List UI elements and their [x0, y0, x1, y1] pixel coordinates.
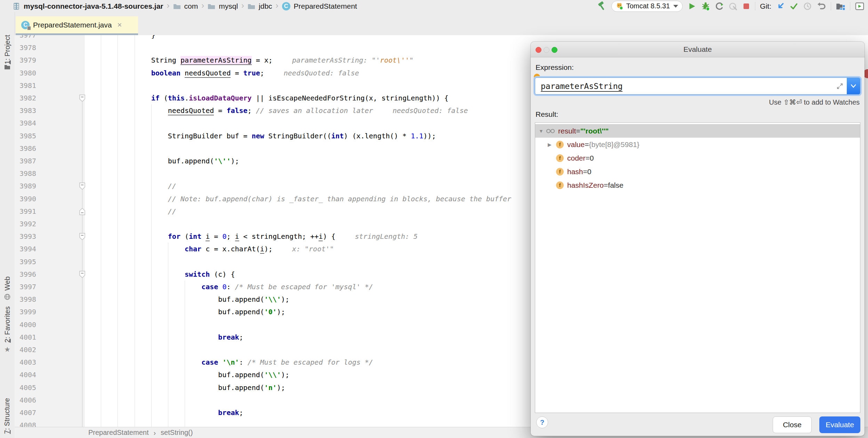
class-icon: C [282, 2, 290, 10]
line-number: 3987 [19, 155, 36, 168]
result-label: Result: [536, 110, 558, 119]
code-text[interactable]: } [84, 35, 868, 42]
line-number: 3979 [19, 54, 36, 67]
field-icon: f [556, 168, 564, 176]
line-number: 4003 [19, 356, 36, 369]
line-number: 4008 [19, 419, 36, 427]
run-button[interactable] [687, 2, 696, 11]
favorites-star-icon: ★ [4, 345, 10, 354]
expression-input[interactable]: parameterAsString [535, 82, 833, 91]
line-number: 3983 [19, 104, 36, 117]
editor-tab-bar: C PreparedStatement.java × [15, 12, 868, 35]
expand-expander-icon[interactable]: ▶ [548, 142, 552, 147]
close-button[interactable]: Close [773, 416, 812, 433]
dialog-titlebar[interactable]: Evaluate [531, 42, 865, 57]
run-tool-window-icon[interactable] [855, 2, 865, 11]
collapse-expander-icon[interactable]: ▼ [539, 128, 544, 134]
tomcat-icon [616, 2, 624, 10]
breadcrumb-class[interactable]: PreparedStatement [88, 429, 148, 437]
sidebar-item-structure[interactable]: 7: Structure [0, 394, 15, 438]
line-number: 3991 [19, 205, 36, 218]
folder-icon [248, 3, 255, 9]
fold-marker[interactable] [79, 95, 85, 103]
breadcrumb-method[interactable]: setString() [161, 429, 193, 437]
expand-editor-icon[interactable] [833, 83, 847, 90]
tree-row-value[interactable]: ▶ f value = {byte[8]@5981} [535, 138, 860, 151]
fold-marker[interactable] [79, 233, 85, 242]
line-number: 3986 [19, 142, 36, 155]
run-with-coverage-button[interactable] [715, 2, 724, 11]
expression-combobox[interactable]: parameterAsString [535, 78, 860, 95]
show-changes-icon[interactable] [836, 2, 845, 11]
git-label: Git: [760, 2, 771, 10]
line-number: 3999 [19, 306, 36, 318]
breadcrumb-chevron: › [241, 1, 244, 10]
run-configuration-select[interactable]: Tomcat 8.5.31 [611, 1, 683, 12]
lock-icon [27, 26, 31, 30]
tree-row-hash[interactable]: f hash = 0 [535, 165, 860, 178]
tree-row-hashiszero[interactable]: f hashIsZero = false [535, 178, 860, 192]
line-number: 4006 [19, 394, 36, 407]
debug-button[interactable] [701, 1, 710, 11]
help-button[interactable]: ? [536, 416, 548, 428]
run-configuration-label: Tomcat 8.5.31 [626, 2, 670, 10]
variable-value: 0 [590, 154, 594, 162]
stop-button[interactable] [742, 2, 750, 10]
project-folder-icon [4, 64, 10, 71]
variable-name: hash [567, 168, 583, 176]
git-rollback-button[interactable] [817, 1, 826, 11]
breadcrumb-chevron: › [167, 1, 170, 10]
field-icon: f [556, 154, 564, 162]
class-icon: C [21, 21, 30, 29]
variable-value: false [608, 181, 623, 189]
build-hammer-icon[interactable] [597, 1, 607, 11]
line-number: 3990 [19, 193, 36, 205]
git-update-button[interactable] [776, 2, 785, 11]
breadcrumb-chevron: › [276, 1, 279, 10]
toolbar-separator [850, 2, 850, 10]
sidebar-item-web[interactable]: Web [0, 269, 15, 297]
line-number: 3980 [19, 67, 36, 80]
breadcrumb-com[interactable]: com [184, 2, 198, 10]
code-line[interactable]: 3977 } [15, 35, 868, 42]
inline-debugger-hint: parameterAsString: "'root\''" [292, 56, 413, 64]
breadcrumb-chevron: › [201, 1, 204, 10]
line-number: 4001 [19, 331, 36, 344]
tree-row-result[interactable]: ▼ result = "'root\''" [535, 124, 860, 138]
evaluate-button[interactable]: Evaluate [819, 416, 860, 433]
tab-preparedstatement[interactable]: C PreparedStatement.java × [16, 16, 138, 33]
expression-history-dropdown[interactable] [847, 78, 860, 94]
sidebar-item-favorites[interactable]: 2: Favorites [0, 303, 15, 345]
tree-row-coder[interactable]: f coder = 0 [535, 151, 860, 165]
git-commit-button[interactable] [789, 2, 798, 11]
field-icon: f [556, 141, 564, 148]
field-icon: f [556, 181, 564, 189]
variable-value: "'root\''" [580, 127, 609, 135]
breadcrumb-class[interactable]: PreparedStatement [294, 2, 357, 10]
breadcrumb-jar[interactable]: mysql-connector-java-5.1.48-sources.jar [24, 2, 163, 10]
evaluate-dialog: Evaluate Expression: parameterAsString U… [531, 42, 865, 436]
variable-name: hashIsZero [567, 181, 604, 189]
line-number: 3995 [19, 256, 36, 268]
git-history-button-disabled [803, 2, 812, 11]
close-icon[interactable]: × [117, 21, 122, 30]
fold-marker[interactable] [79, 271, 85, 279]
line-number: 3993 [19, 230, 36, 243]
jar-icon [13, 2, 20, 10]
sidebar-item-project[interactable]: 1: Project [0, 33, 15, 66]
breadcrumb-jdbc[interactable]: jdbc [259, 2, 272, 10]
toolbar-separator [831, 2, 831, 10]
breadcrumb-chevron: › [153, 429, 156, 436]
watch-result-icon [546, 128, 555, 134]
line-number: 3982 [19, 92, 36, 105]
fold-marker[interactable] [79, 208, 85, 217]
result-tree[interactable]: ▼ result = "'root\''" ▶ f value = {byte[… [535, 122, 860, 413]
expression-label: Expression: [536, 63, 574, 72]
dialog-title: Evaluate [531, 42, 865, 57]
variable-name: result [558, 127, 576, 135]
fold-marker[interactable] [79, 182, 85, 191]
line-number: 3992 [19, 218, 36, 230]
folder-icon [173, 3, 181, 9]
breadcrumb: mysql-connector-java-5.1.48-sources.jar … [0, 2, 357, 10]
breadcrumb-mysql[interactable]: mysql [219, 2, 238, 10]
